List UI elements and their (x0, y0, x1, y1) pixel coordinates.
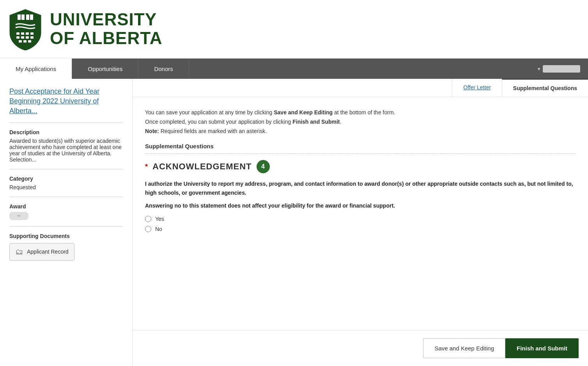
application-title-link[interactable]: Post Acceptance for Aid Year Beginning 2… (9, 87, 99, 115)
radio-no-input[interactable] (145, 226, 151, 232)
acknowledgement-body: I authorize the University to report my … (145, 179, 576, 197)
required-asterisk: * (145, 163, 148, 171)
info-bold-2: Finish and Submit (292, 119, 340, 125)
info-note-label: Note: (145, 128, 159, 134)
radio-no-label: No (155, 226, 162, 232)
svg-rect-2 (21, 14, 21, 21)
category-label: Category (9, 176, 123, 182)
info-note-text: Required fields are marked with an aster… (159, 128, 267, 134)
applicant-record-button[interactable]: 🗂 Applicant Record (9, 243, 74, 261)
svg-rect-14 (28, 40, 31, 43)
acknowledgement-title: ACKNOWLEDGEMENT (152, 162, 252, 172)
sidebar-award-section: Award •• (9, 203, 123, 227)
info-text-3: Once completed, you can submit your appl… (145, 119, 292, 125)
radio-yes-input[interactable] (145, 216, 151, 222)
svg-rect-8 (16, 36, 19, 39)
tabs-bar: Offer Letter Supplemental Questions (133, 79, 588, 97)
sidebar-description-section: Description Awarded to student(s) with s… (9, 129, 123, 169)
step-badge-4: 4 (257, 160, 270, 173)
svg-rect-13 (23, 40, 27, 43)
radio-option-yes[interactable]: Yes (145, 216, 576, 222)
acknowledgement-note: Answering no to this statement does not … (145, 203, 576, 209)
svg-rect-5 (21, 32, 24, 35)
nav-triangle-icon: ▾ (538, 66, 540, 72)
username-label: •••••••• (543, 65, 580, 73)
tab-supplemental-questions[interactable]: Supplemental Questions (502, 79, 588, 97)
nav-my-applications[interactable]: My Applications (0, 59, 72, 79)
svg-rect-9 (21, 36, 24, 39)
tab-offer-letter[interactable]: Offer Letter (452, 79, 502, 97)
info-bold-1: Save and Keep Editing (274, 109, 333, 115)
info-text-1: You can save your application at any tim… (145, 109, 274, 115)
acknowledgement-header: * ACKNOWLEDGEMENT 4 (145, 160, 576, 173)
navigation-bar: My Applications Opportunities Donors ▾ •… (0, 59, 588, 79)
svg-rect-4 (16, 32, 19, 35)
nav-opportunities[interactable]: Opportunities (72, 59, 138, 79)
info-text-4: . (340, 119, 342, 125)
save-keep-editing-button[interactable]: Save and Keep Editing (423, 338, 505, 358)
sidebar-category-section: Category Requested (9, 176, 123, 197)
sidebar: Post Acceptance for Aid Year Beginning 2… (0, 79, 133, 366)
user-menu[interactable]: ▾ •••••••• (538, 59, 588, 79)
nav-donors[interactable]: Donors (138, 59, 189, 79)
finish-submit-button[interactable]: Finish and Submit (505, 338, 579, 358)
description-value: Awarded to student(s) with superior acad… (9, 138, 123, 163)
description-label: Description (9, 129, 123, 135)
radio-yes-label: Yes (155, 216, 164, 222)
svg-rect-12 (19, 40, 22, 43)
university-logo (8, 7, 43, 50)
sidebar-supporting-docs-section: Supporting Documents 🗂 Applicant Record (9, 233, 123, 267)
svg-rect-7 (30, 32, 34, 35)
supporting-docs-label: Supporting Documents (9, 233, 123, 239)
radio-option-no[interactable]: No (145, 226, 576, 232)
page-header: UNIVERSITY OF ALBERTA (0, 0, 588, 59)
supplemental-questions-heading: Supplemental Questions (145, 143, 576, 154)
university-name: UNIVERSITY OF ALBERTA (50, 10, 163, 48)
main-layout: Post Acceptance for Aid Year Beginning 2… (0, 79, 588, 366)
award-label: Award (9, 203, 123, 210)
applicant-record-label: Applicant Record (27, 249, 69, 255)
award-value: •• (9, 212, 28, 220)
main-content: Offer Letter Supplemental Questions You … (133, 79, 588, 366)
sidebar-title-section: Post Acceptance for Aid Year Beginning 2… (9, 87, 123, 123)
svg-rect-11 (30, 36, 34, 39)
content-area: You can save your application at any tim… (133, 97, 588, 330)
acknowledgement-radio-group: Yes No (145, 216, 576, 232)
action-bar: Save and Keep Editing Finish and Submit (133, 330, 588, 366)
info-paragraph-1: You can save your application at any tim… (145, 108, 576, 136)
svg-rect-6 (26, 32, 29, 35)
category-value: Requested (9, 184, 123, 190)
svg-rect-3 (29, 14, 30, 21)
info-text-2: at the bottom of the form. (333, 109, 395, 115)
document-icon: 🗂 (15, 247, 23, 256)
svg-rect-10 (26, 36, 29, 39)
